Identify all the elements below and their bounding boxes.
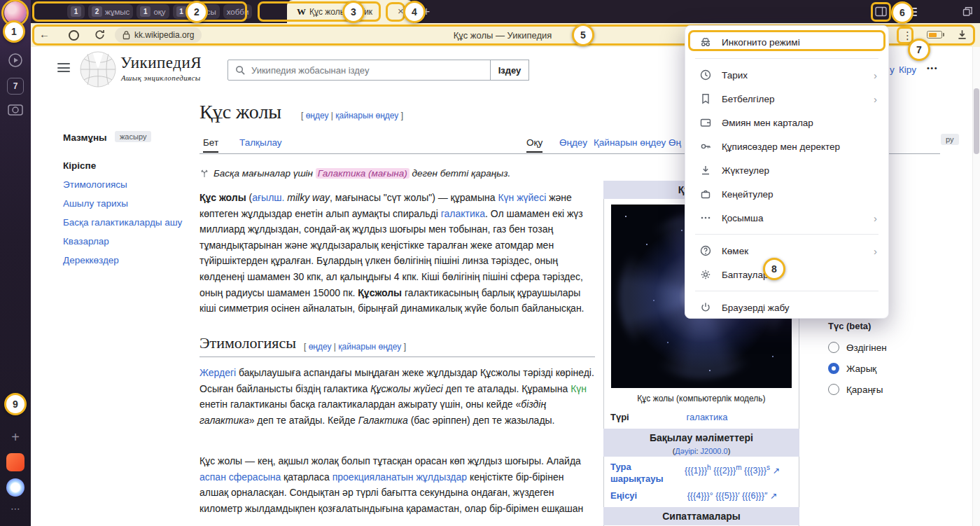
scrollbar-thumb[interactable] — [974, 88, 979, 154]
tab-partial[interactable]: Өң — [668, 137, 681, 151]
screenshot-icon[interactable] — [8, 103, 23, 116]
sidebar-play-icon[interactable] — [8, 53, 23, 68]
login-link[interactable]: Кіру — [899, 64, 916, 75]
menu-item-label: Құпиясөздер мен деректер — [722, 141, 840, 152]
radio-icon-checked[interactable] — [828, 363, 839, 374]
menu-divider — [695, 58, 878, 59]
infobox-ra-value[interactable]: {{{1}}}h {{{2}}}m {{{3}}}s ↗ — [671, 464, 794, 476]
infobox-ra-label[interactable]: Тура шарықтауы — [610, 461, 671, 485]
tab-edit[interactable]: Өңдеу — [559, 137, 587, 151]
toc-item-kvazarlar[interactable]: Квазарлар — [63, 235, 183, 248]
annotation-badge-1: 1 — [3, 20, 25, 43]
search-input[interactable] — [251, 65, 475, 76]
downloads-toolbar-icon[interactable] — [956, 29, 968, 41]
power-icon — [699, 301, 712, 314]
wiki-wordmark: УикипедиЯ — [120, 54, 202, 72]
radio-label: Өздігінен — [846, 342, 887, 353]
menu-item-history[interactable]: Тарих › — [685, 63, 888, 87]
menu-item-bookmarks[interactable]: Бетбелгілер › — [685, 87, 888, 111]
menu-item-settings[interactable]: Баптаулар — [685, 263, 888, 286]
toc-hide-button[interactable]: жасыру — [115, 131, 151, 142]
tab-page[interactable]: Бет — [203, 137, 218, 153]
tab-group-hobby[interactable]: хобби — [223, 4, 253, 19]
annotation-badge-3: 3 — [342, 1, 365, 23]
window-restore-icon[interactable] — [962, 6, 974, 18]
section-heading-etymology: Этимологиясы — [200, 334, 296, 352]
appearance-hide-partial[interactable]: ру — [941, 134, 959, 145]
annotation-badge-7: 7 — [908, 39, 930, 61]
infobox-dec-label[interactable]: Еңісуі — [610, 490, 637, 501]
infobox-observation-header: Бақылау мәліметтері (Дәуірі: J2000.0) — [603, 429, 799, 457]
tab-groups: 1 2 жұмыс 1 оқу 1 отбасы хобби — [67, 4, 252, 19]
orange-app-icon[interactable] — [6, 453, 24, 471]
tab-group-oqu[interactable]: 1 оқу — [136, 4, 169, 19]
tab-group-label: жұмыс — [105, 8, 130, 16]
menu-item-label: Инкогнито режимі — [722, 37, 800, 48]
disambiguation-icon — [200, 168, 209, 178]
rail-plus-icon[interactable]: + — [8, 429, 23, 445]
search-button[interactable]: Іздеу — [490, 60, 529, 81]
infobox-type-label: Түрі — [610, 412, 629, 422]
header-more-icon[interactable]: ••• — [927, 64, 938, 72]
color-option-light[interactable]: Жарық — [828, 363, 876, 374]
wikipedia-logo[interactable] — [80, 51, 116, 88]
toc-item-basqa[interactable]: Басқа галактикаларды ашу — [63, 216, 183, 229]
annotation-badge-9: 9 — [4, 393, 27, 415]
side-panel-icon[interactable] — [875, 6, 887, 18]
menu-item-extensions[interactable]: Кеңейтулер — [685, 182, 888, 206]
tab-group-1[interactable]: 1 — [67, 4, 85, 19]
toolbar-more-icon[interactable]: ⋮ — [902, 29, 913, 42]
title-edit-links[interactable]: [ өңдеу | қайнарын өңдеу ] — [301, 111, 403, 120]
menu-divider — [695, 291, 878, 291]
infobox-caption: Құс жолы (компьютерлік модель) — [603, 394, 799, 403]
wiki-search-box — [227, 60, 491, 81]
section-edit-links[interactable]: [ өңдеу | қайнарын өңдеу ] — [304, 342, 406, 352]
observation-header-text: Бақылау мәліметтері — [650, 432, 753, 443]
history-icon — [699, 69, 712, 81]
hatnote: Басқа мағыналар үшін Галактика (мағына) … — [200, 168, 593, 179]
address-field[interactable]: kk.wikipedia.org — [115, 27, 202, 43]
menu-item-downloads[interactable]: Жүктеулер — [685, 158, 888, 182]
toc-item-etimologiyasy[interactable]: Этимологиясы — [63, 179, 183, 191]
menu-item-label: Әмиян мен карталар — [722, 118, 813, 128]
wiki-tagline: Ашық энциклопедиясы — [121, 74, 201, 82]
infobox-dec-value[interactable]: {{{4}}}° {{{5}}}′ {{{6}}}″ ↗ — [671, 490, 794, 501]
reload-icon[interactable] — [94, 29, 106, 41]
wiki-menu-icon[interactable] — [57, 63, 70, 72]
infobox-characteristics-header: Сипаттамалары — [603, 507, 799, 525]
menu-item-close-browser[interactable]: Браузерді жабу — [685, 296, 888, 319]
toc-item-derekkozder[interactable]: Дереккөздер — [63, 254, 183, 267]
radio-label: Жарық — [846, 364, 876, 374]
toolbar-page-title: Құс жолы — Уикипедия — [255, 30, 750, 41]
menu-item-label: Қосымша — [722, 213, 763, 223]
infobox-type-value[interactable]: галактика — [651, 412, 763, 422]
annotation-badge-5: 5 — [572, 24, 594, 46]
round-app-icon[interactable] — [6, 478, 24, 497]
rail-badge-tile[interactable]: 7 — [7, 78, 24, 95]
menu-item-wallet[interactable]: Әмиян мен карталар — [685, 111, 888, 134]
color-option-auto[interactable]: Өздігінен — [828, 342, 887, 353]
tab-read[interactable]: Оқу — [526, 137, 542, 153]
radio-icon[interactable] — [828, 384, 839, 395]
tab-edit-source[interactable]: Қайнарын өңдеу — [594, 137, 666, 151]
tab-group-jumys[interactable]: 2 жұмыс — [88, 4, 133, 19]
paragraph-intro: Құс жолы (ағылш. milky way, мағынасы "сү… — [200, 190, 595, 317]
article-title: Құс жолы — [200, 101, 281, 123]
menu-item-label: Бетбелгілер — [722, 94, 774, 104]
tab-talk[interactable]: Талқылау — [239, 137, 282, 151]
color-option-dark[interactable]: Қараңғы — [828, 384, 883, 395]
radio-icon[interactable] — [828, 342, 839, 353]
battery-icon[interactable] — [927, 31, 942, 39]
toc-item-ashylu[interactable]: Ашылу тарихы — [63, 198, 183, 210]
menu-item-incognito[interactable]: Инкогнито режимі — [685, 30, 888, 54]
menu-item-passwords[interactable]: Құпиясөздер мен деректер — [685, 134, 888, 158]
back-icon[interactable]: ← — [39, 28, 50, 40]
help-icon — [699, 244, 712, 257]
wallet-icon — [699, 116, 712, 129]
rail-more-icon[interactable]: ⋯ — [8, 502, 23, 515]
toc-item-kirispe[interactable]: Кіріспе — [63, 160, 183, 172]
menu-item-more[interactable]: Қосымша › — [685, 206, 888, 230]
menu-item-help[interactable]: Көмек › — [685, 239, 888, 263]
yandex-search-icon[interactable] — [69, 30, 79, 41]
tab-group-count: 1 — [71, 6, 81, 17]
